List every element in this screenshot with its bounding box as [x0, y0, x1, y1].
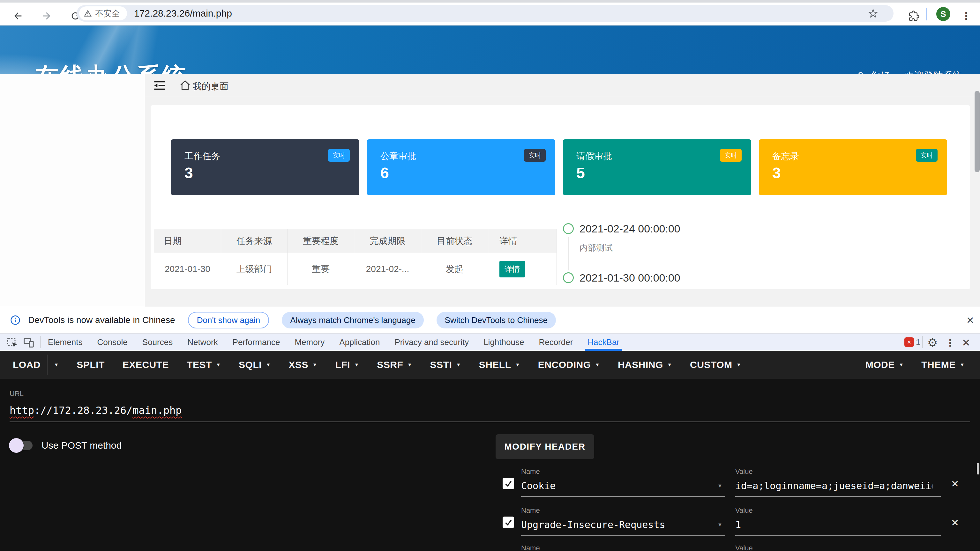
load-divider: [47, 354, 48, 375]
switch-chinese-button[interactable]: Switch DevTools to Chinese: [436, 312, 556, 329]
card-memo[interactable]: 备忘录 实时 3: [759, 139, 947, 195]
card-badge: 实时: [328, 149, 350, 162]
menu-test[interactable]: TEST▼: [187, 359, 221, 370]
menu-shell[interactable]: SHELL▼: [479, 359, 520, 370]
menu-load[interactable]: LOAD ▼: [13, 354, 59, 375]
user-menu[interactable]: 您好a，欢迎登陆系统: [855, 70, 975, 74]
name-label: Name: [521, 467, 540, 476]
dont-show-again-button[interactable]: Don't show again: [188, 312, 269, 329]
menu-mode[interactable]: MODE▼: [865, 359, 904, 370]
chevron-down-icon[interactable]: ▼: [718, 483, 722, 489]
breadcrumb-bar: [145, 74, 980, 96]
notice-close-icon[interactable]: ✕: [966, 315, 974, 326]
devtools-settings-gear-icon[interactable]: ⚙: [928, 336, 937, 349]
chevron-down-icon: ▼: [960, 362, 965, 367]
header-value-input[interactable]: id=a;loginname=a;jueseid=a;danweiid: [735, 480, 932, 491]
tab-hackbar[interactable]: HackBar: [587, 333, 619, 351]
card-badge: 实时: [524, 149, 546, 162]
address-bar[interactable]: 不安全 172.28.23.26/main.php: [76, 5, 894, 22]
tab-lighthouse[interactable]: Lighthouse: [484, 333, 524, 351]
tab-performance[interactable]: Performance: [232, 333, 280, 351]
browser-menu-icon[interactable]: ⋮: [957, 7, 975, 25]
menu-execute[interactable]: EXECUTE: [123, 359, 169, 370]
col-header: 详情: [488, 229, 556, 253]
cell-importance: 重要: [288, 253, 354, 285]
bookmark-star-icon[interactable]: [867, 8, 879, 19]
chevron-down-icon[interactable]: ▼: [718, 522, 722, 528]
hackbar-scrollbar[interactable]: [977, 463, 979, 475]
timeline: 2021-02-24 00:00:00 内部测试 2021-01-30 00:0…: [563, 222, 805, 285]
tab-memory[interactable]: Memory: [294, 333, 325, 351]
tab-privacy-security[interactable]: Privacy and security: [395, 333, 469, 351]
remove-header-icon[interactable]: ✕: [951, 517, 959, 528]
extensions-icon[interactable]: [905, 7, 923, 25]
value-label: Value: [735, 467, 753, 476]
value-underline: [735, 496, 941, 497]
menu-hashing[interactable]: HASHING▼: [618, 359, 672, 370]
menu-custom[interactable]: CUSTOM▼: [690, 359, 741, 370]
devtools-tabbar: Elements Console Sources Network Perform…: [0, 333, 980, 351]
url-input[interactable]: http://172.28.23.26/main.php: [10, 404, 181, 416]
chevron-down-icon: ▼: [667, 362, 672, 367]
header-checkbox[interactable]: [503, 516, 514, 528]
back-button[interactable]: [9, 7, 27, 25]
tab-elements[interactable]: Elements: [48, 333, 82, 351]
menu-encoding[interactable]: ENCODING▼: [538, 359, 600, 370]
devtools-notice-bar: DevTools is now available in Chinese Don…: [0, 307, 980, 333]
devtools-close-icon[interactable]: ✕: [962, 337, 970, 349]
detail-button[interactable]: 详情: [500, 261, 525, 278]
error-count[interactable]: 1: [916, 337, 920, 347]
modify-header-button[interactable]: MODIFY HEADER: [496, 434, 594, 459]
check-icon: [504, 518, 512, 526]
menu-xss[interactable]: XSS▼: [288, 359, 317, 370]
chevron-down-icon[interactable]: ▼: [54, 362, 59, 367]
header-name-select[interactable]: Upgrade-Insecure-Requests: [521, 519, 665, 530]
card-count: 6: [380, 164, 389, 182]
devtools-menu-icon[interactable]: ⋮: [945, 337, 955, 349]
header-name-select[interactable]: Cookie: [521, 480, 555, 491]
tab-sources[interactable]: Sources: [142, 333, 173, 351]
menu-ssrf[interactable]: SSRF▼: [377, 359, 412, 370]
security-chip[interactable]: 不安全: [79, 6, 127, 21]
home-icon[interactable]: [179, 79, 191, 91]
tabbar-divider: [40, 336, 41, 348]
match-language-button[interactable]: Always match Chrome's language: [282, 312, 423, 329]
address-url[interactable]: 172.28.23.26/main.php: [134, 8, 232, 19]
app-title: 在线办公系统: [35, 60, 188, 74]
device-toolbar-icon[interactable]: [23, 337, 35, 348]
profile-avatar[interactable]: S: [936, 7, 950, 21]
menu-split[interactable]: SPLIT: [76, 359, 105, 370]
page-scrollbar[interactable]: [975, 91, 980, 172]
menu-theme[interactable]: THEME▼: [921, 359, 965, 370]
tab-network[interactable]: Network: [187, 333, 218, 351]
card-count: 3: [772, 164, 781, 182]
tab-console[interactable]: Console: [97, 333, 127, 351]
header-value-input[interactable]: 1: [735, 519, 942, 530]
card-badge: 实时: [720, 149, 741, 162]
card-seal-approval[interactable]: 公章审批 实时 6: [367, 139, 555, 195]
card-count: 3: [185, 164, 193, 182]
screen: 不安全 172.28.23.26/main.php S ⋮ 在线办公系统 管理平…: [0, 0, 980, 551]
value-underline: [735, 535, 941, 536]
header-checkbox[interactable]: [503, 478, 514, 489]
menu-ssti[interactable]: SSTI▼: [430, 359, 461, 370]
menu-sqli[interactable]: SQLI▼: [239, 359, 270, 370]
error-badge-icon[interactable]: ✕: [904, 337, 914, 347]
cell-date: 2021-01-30: [154, 253, 221, 285]
menu-lfi[interactable]: LFI▼: [335, 359, 359, 370]
forward-button[interactable]: [38, 7, 56, 25]
tab-application[interactable]: Application: [339, 333, 380, 351]
remove-header-icon[interactable]: ✕: [951, 478, 959, 489]
chevron-down-icon: ▼: [312, 362, 317, 367]
task-table: 日期 任务来源 重要程度 完成期限 目前状态 详情 2021-01-30 上级部…: [154, 229, 557, 285]
tab-recorder[interactable]: Recorder: [539, 333, 573, 351]
chevron-down-icon: ▼: [354, 362, 359, 367]
name-underline: [521, 535, 725, 536]
chevron-down-icon: ▼: [595, 362, 600, 367]
post-method-toggle-knob[interactable]: [9, 438, 24, 453]
sidebar-collapse-icon[interactable]: [153, 79, 167, 92]
card-leave-approval[interactable]: 请假审批 实时 5: [563, 139, 751, 195]
breadcrumb[interactable]: 我的桌面: [193, 80, 229, 92]
inspect-element-icon[interactable]: [6, 337, 18, 348]
card-work-tasks[interactable]: 工作任务 实时 3: [171, 139, 360, 195]
